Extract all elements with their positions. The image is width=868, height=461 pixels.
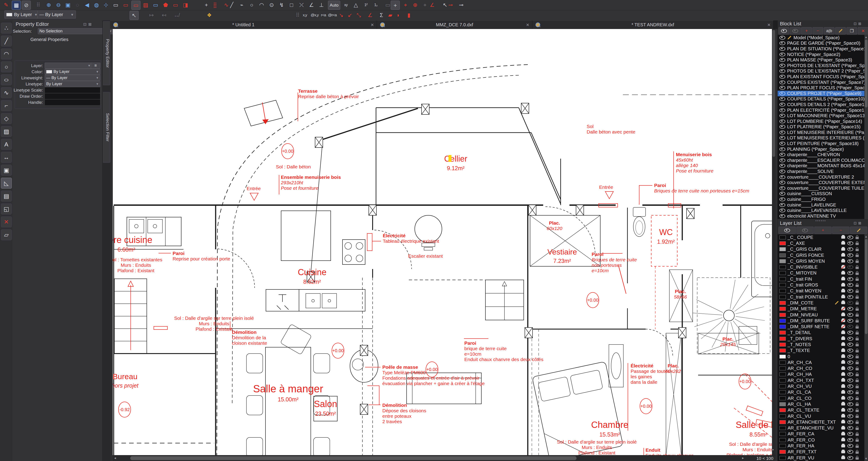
tab-selection-filter[interactable]: Selection Filter [103, 92, 110, 163]
ruler-tool[interactable]: ▤ [1, 191, 12, 201]
dim-style2-icon[interactable]: 1₂ [371, 1, 380, 9]
snap-marker-icon[interactable]: ⊕ [411, 1, 420, 9]
layer-item[interactable]: AR_FER_CA [778, 431, 865, 437]
layer-item[interactable]: AR_CH_CA [778, 359, 865, 365]
line-extend-icon[interactable]: ↦ [147, 11, 156, 20]
insert-block-button[interactable]: ❐ [846, 27, 857, 34]
snap-node-icon[interactable]: ⊙ [267, 1, 276, 9]
red-shape2-icon[interactable]: ◗ [394, 11, 403, 20]
block-item[interactable]: charpente____ESCALIER COLIMACON [778, 157, 865, 163]
block-item[interactable]: COUPES DETAILS (*Paper_Space10) [778, 96, 865, 102]
unlock-entity-icon[interactable]: ⊸ [457, 1, 465, 9]
text-tool[interactable]: A [1, 139, 12, 150]
image-show-icon[interactable]: ▭ [131, 1, 141, 10]
image-frame2-icon[interactable]: ▭ [151, 1, 160, 9]
block-item[interactable]: couverture____COUVERTURE TUILES [778, 185, 865, 191]
layer-item[interactable]: 0 [778, 353, 865, 359]
block-item[interactable]: COUPES EXISTANT (*Paper_Space7) [778, 80, 865, 85]
zoom-extents-icon[interactable]: ▣ [64, 1, 72, 9]
layer-item[interactable]: AR_CL_CA [778, 390, 865, 395]
block-item[interactable]: PLAN MASSE (*Paper_Space3) [778, 57, 865, 63]
point-grid-icon[interactable]: ⣿ [211, 1, 219, 9]
layer-item[interactable]: _T_DIVERS [778, 336, 865, 342]
block-item[interactable]: charpente____MONTANT BOIS 45x145 [778, 163, 865, 169]
color-bylayer-dropdown[interactable]: By Layer▼ [4, 10, 40, 19]
zoom-window-icon[interactable]: ◍ [92, 1, 101, 9]
layer-item[interactable]: AR_CH_HA [778, 372, 865, 377]
scroll-left-icon[interactable]: ◂ [114, 456, 116, 460]
show-all-eye-button[interactable] [778, 27, 789, 34]
layer-item[interactable]: AR_ETANCHEITE_TXT [778, 419, 865, 425]
ucs-xy-icon[interactable]: xy [342, 1, 350, 9]
layer-item[interactable]: _C_AXE [778, 240, 865, 246]
zoom-out-icon[interactable]: ⊖ [54, 1, 63, 9]
line-angle2-icon[interactable]: ↙ [346, 11, 354, 20]
layer-item[interactable]: _DIM_SURF BRUTE [778, 318, 865, 324]
sum-icon[interactable]: Σ [377, 11, 386, 20]
layer-item[interactable]: _C_trait POINTILLE [778, 294, 865, 300]
tracking-point-icon[interactable]: ⌖ [401, 1, 410, 9]
delete-tool[interactable]: ✕ [1, 217, 12, 227]
snap-arc-icon[interactable]: ◠ [257, 1, 266, 9]
horizontal-scroll-thumb[interactable] [130, 456, 577, 460]
document-tab-2[interactable]: MMZ_DCE 7.0.dxf✕ [377, 20, 532, 29]
scroll-right-icon[interactable]: ▸ [742, 456, 744, 460]
layer-item[interactable]: _DIM_COTE [778, 300, 865, 306]
line-tool[interactable]: ╱ [1, 36, 12, 47]
document-tab-1[interactable]: * Untitled 1✕ [110, 20, 377, 29]
zoom-disabled-icon[interactable]: ◌ [73, 1, 82, 9]
document-tab-3[interactable]: * TEST ANDREW.dxf✕ [532, 20, 774, 29]
snap-angle-icon[interactable]: ∠ [307, 1, 316, 9]
angle-measure-icon[interactable]: ∠ [366, 11, 374, 20]
block-item[interactable]: Model (*Model_Space) [778, 35, 865, 40]
add-layer-button[interactable]: + [814, 227, 832, 234]
layer-item[interactable]: AR_FER_CO [778, 437, 865, 443]
snap-center-icon[interactable]: ○ [247, 1, 256, 9]
color-dropdown[interactable]: By Layer▼ [44, 69, 100, 75]
handle-input[interactable] [44, 99, 100, 106]
layer-item[interactable]: AR_CH_VU [778, 383, 865, 389]
line-angle1-icon[interactable]: ↘ [337, 11, 345, 20]
snap-insert-icon[interactable]: ↯ [277, 1, 286, 9]
layer-menu-button[interactable]: ≡ [91, 62, 100, 69]
layer-item[interactable]: _C_GRIS FONCE [778, 252, 865, 258]
snap-endpoint-icon[interactable]: ⌁ [238, 1, 246, 9]
block-item[interactable]: PLAN EXISTANT FOCUS (*Paper_Space6) [778, 74, 865, 80]
layer-item[interactable]: AR_CL_CO [778, 395, 865, 401]
show-dim-eye-button[interactable] [790, 27, 801, 34]
zoom-previous-icon[interactable]: ◀ [83, 1, 91, 9]
lineweight-bylayer-dropdown[interactable]: — By Layer▼ [37, 10, 76, 19]
polyline-tool[interactable]: ⌐ [1, 100, 12, 111]
lineweight-dropdown[interactable]: — By Layer▼ [44, 75, 100, 81]
draworder-icon[interactable]: + [202, 1, 211, 9]
layer-list-scrollbar[interactable]: ▲ ▼ [864, 234, 868, 461]
edit-pencil-button[interactable] [850, 227, 867, 234]
block-item[interactable]: PHOTOS DE L'EXISTANT (*Paper_Space4) [778, 63, 865, 68]
block-item[interactable]: charpente____CHEVRON [778, 152, 865, 157]
remove-block-button[interactable]: − [812, 27, 823, 34]
auto-snap-button[interactable]: Auto [328, 1, 340, 10]
block-item[interactable]: cuisine____CUISSON [778, 191, 865, 197]
remove-layer-button[interactable]: − [832, 227, 849, 234]
image-adjust-icon[interactable]: ◨ [181, 1, 190, 9]
block-item[interactable]: couverture____COUVERTURE 2 [778, 174, 865, 180]
drawing-canvas[interactable]: Cellier9.12m²Cuisine8.62m²Salle à manger… [113, 29, 776, 455]
block-item[interactable]: PAGE DE GARDE (*Paper_Space0) [778, 40, 865, 46]
tab-close-icon[interactable]: ✕ [371, 23, 374, 27]
spline-tool[interactable]: ∿ [1, 87, 12, 98]
image-transparency-icon[interactable]: ▭ [171, 1, 180, 9]
layer-item[interactable]: AR_ETANCHEITE_VU [778, 425, 865, 431]
block-item[interactable]: LOT MACONNERIE (*Paper_Space13) [778, 113, 865, 118]
block-item[interactable]: PLAN PROJET FOCUS (*Paper_Space8) [778, 85, 865, 91]
dim-style1-icon[interactable]: 1² [362, 1, 370, 9]
layer-item[interactable]: _DIM_METRE [778, 306, 865, 312]
tab-close-icon[interactable]: ✕ [526, 23, 529, 27]
select-arrow-button[interactable]: ↖ [130, 11, 138, 20]
image-attach-icon[interactable]: ▭ [112, 1, 120, 9]
layer-item[interactable]: _T_TEXTE [778, 348, 865, 353]
block-item[interactable]: electricité ANTENNE TV [778, 213, 865, 219]
delete-x-button[interactable]: ✕ [858, 27, 868, 34]
block-item[interactable]: PHOTOS DE L'EXISTANT 2 (*Paper_Space5) [778, 68, 865, 74]
block-list-scrollbar[interactable]: ▲ [864, 35, 868, 219]
layer-item[interactable]: _DIM_NIVEAU [778, 312, 865, 318]
